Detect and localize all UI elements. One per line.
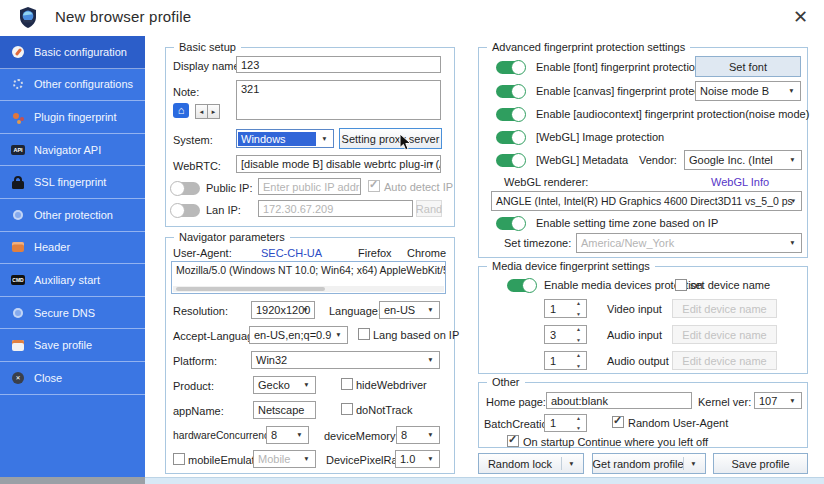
font-protection-toggle[interactable] bbox=[496, 61, 525, 74]
auto-detect-ip-checkbox[interactable] bbox=[368, 180, 380, 192]
sidebar-item-label: Basic configuration bbox=[34, 46, 127, 58]
get-random-profile-button[interactable]: Get random profile bbox=[592, 453, 706, 474]
sidebar-item-save-profile[interactable]: Save profile bbox=[0, 329, 145, 362]
ua-scrollbar-track[interactable] bbox=[173, 286, 444, 292]
sidebar-item-auxiliary-start[interactable]: Auxiliary start bbox=[0, 264, 145, 297]
edit-audio-output-device-button[interactable]: Edit device name bbox=[672, 351, 777, 370]
on-startup-checkbox[interactable] bbox=[507, 435, 519, 447]
timezone-by-ip-toggle[interactable] bbox=[496, 217, 525, 230]
batch-creation-spinner[interactable]: 1 bbox=[544, 414, 587, 432]
random-user-agent-label: Random User-Agent bbox=[628, 417, 728, 429]
sidebar-item-close[interactable]: Close bbox=[0, 362, 145, 395]
canvas-noise-mode-select[interactable]: Noise mode B bbox=[695, 81, 801, 101]
home-page-input[interactable]: about:blank bbox=[546, 392, 692, 409]
webgl-renderer-select[interactable]: ANGLE (Intel, Intel(R) HD Graphics 4600 … bbox=[491, 191, 802, 211]
accept-language-select[interactable]: en-US,en;q=0.9 bbox=[249, 326, 348, 344]
navigator-parameters-legend: Navigator parameters bbox=[174, 231, 290, 243]
device-memory-select[interactable]: 8 bbox=[396, 426, 440, 444]
system-select[interactable]: Windows bbox=[236, 129, 334, 148]
user-agent-textarea[interactable]: Mozilla/5.0 (Windows NT 10.0; Win64; x64… bbox=[171, 261, 446, 294]
random-lock-label: Random lock bbox=[488, 458, 552, 470]
note-textarea[interactable]: 321 bbox=[236, 80, 441, 120]
mouse-cursor-icon bbox=[399, 133, 412, 156]
random-lock-button[interactable]: Random lock bbox=[478, 453, 584, 474]
auto-detect-ip-label: Auto detect IP bbox=[384, 181, 453, 193]
arrow-right-icon[interactable]: ► bbox=[207, 104, 220, 119]
edit-video-device-button[interactable]: Edit device name bbox=[672, 299, 777, 318]
font-protection-label: Enable [font] fingerprint protection bbox=[536, 61, 701, 73]
cmd-icon bbox=[10, 272, 26, 288]
ua-scrollbar-thumb[interactable] bbox=[176, 287, 325, 291]
media-devices-toggle[interactable] bbox=[507, 279, 536, 292]
lock-icon bbox=[10, 174, 26, 190]
webgl-image-toggle[interactable] bbox=[496, 131, 525, 144]
set-device-name-checkbox[interactable] bbox=[675, 279, 687, 291]
sidebar-item-ssl-fingerprint[interactable]: SSL fingerprint bbox=[0, 166, 145, 199]
advanced-fingerprint-legend: Advanced fingerprint protection settings bbox=[487, 41, 690, 53]
random-user-agent-checkbox[interactable] bbox=[612, 416, 624, 428]
app-name-input[interactable]: Netscape bbox=[253, 401, 316, 419]
window-close-icon[interactable]: ✕ bbox=[793, 6, 808, 28]
set-font-button[interactable]: Set font bbox=[695, 56, 801, 77]
mobile-emulation-select[interactable]: Mobile bbox=[253, 450, 316, 468]
sec-ch-ua-link[interactable]: SEC-CH-UA bbox=[261, 247, 322, 259]
audiocontext-protection-toggle[interactable] bbox=[496, 108, 525, 121]
lan-ip-toggle[interactable] bbox=[171, 204, 200, 217]
product-select[interactable]: Gecko bbox=[253, 376, 316, 394]
vendor-select[interactable]: Google Inc. (Intel bbox=[684, 150, 802, 170]
do-not-track-label: doNotTrack bbox=[356, 404, 412, 416]
vendor-label: Vendor: bbox=[639, 154, 677, 166]
sidebar-item-label: Auxiliary start bbox=[34, 274, 100, 286]
hardware-concurrency-label: hardwareConcurrency: bbox=[173, 430, 277, 441]
resolution-select[interactable]: 1920x1200 bbox=[251, 301, 315, 319]
sidebar-item-basic-configuration[interactable]: Basic configuration bbox=[0, 36, 145, 69]
close-circle-icon bbox=[10, 370, 26, 386]
public-ip-input[interactable]: Enter public IP address bbox=[258, 178, 361, 195]
audio-output-spinner[interactable]: 1 bbox=[544, 351, 587, 370]
sidebar-item-other-protection[interactable]: Other protection bbox=[0, 199, 145, 232]
lang-based-on-ip-label: Lang based on IP bbox=[373, 329, 459, 341]
lan-ip-label: Lan IP: bbox=[206, 204, 241, 216]
firefox-link[interactable]: Firefox bbox=[358, 247, 392, 259]
device-pixel-ratio-select[interactable]: 1.0 bbox=[395, 450, 440, 468]
sidebar-item-label: Header bbox=[34, 241, 70, 253]
webgl-info-link[interactable]: WebGL Info bbox=[711, 176, 769, 188]
language-select[interactable]: en-US bbox=[379, 301, 440, 319]
chrome-link[interactable]: Chrome bbox=[407, 247, 446, 259]
note-nav-arrows[interactable]: ◄► bbox=[195, 104, 220, 119]
platform-label: Platform: bbox=[173, 355, 217, 367]
timezone-select[interactable]: America/New_York bbox=[576, 233, 802, 253]
sidebar-item-plugin-fingerprint[interactable]: Plugin fingerprint bbox=[0, 101, 145, 134]
audio-input-spinner[interactable]: 3 bbox=[544, 325, 587, 344]
home-icon[interactable] bbox=[173, 103, 189, 118]
webgl-metadata-toggle[interactable] bbox=[496, 154, 525, 167]
titlebar: New browser profile ✕ bbox=[0, 0, 824, 36]
mobile-emulation-checkbox[interactable] bbox=[173, 453, 185, 465]
do-not-track-checkbox[interactable] bbox=[341, 403, 353, 415]
webrtc-select[interactable]: [disable mode B] disable webrtc plug-in … bbox=[236, 155, 441, 173]
media-device-legend: Media device fingerprint settings bbox=[487, 260, 655, 272]
lan-ip-input[interactable]: 172.30.67.209 bbox=[258, 200, 413, 217]
canvas-protection-toggle[interactable] bbox=[496, 85, 525, 98]
sidebar-item-secure-dns[interactable]: Secure DNS bbox=[0, 297, 145, 330]
setting-proxy-server-button[interactable]: Setting proxy server bbox=[339, 128, 442, 149]
hide-webdriver-checkbox[interactable] bbox=[341, 378, 353, 390]
display-name-input[interactable]: 123 bbox=[236, 56, 441, 73]
sidebar-item-other-configurations[interactable]: Other configurations bbox=[0, 69, 145, 102]
sidebar-item-navigator-api[interactable]: Navigator API bbox=[0, 134, 145, 167]
hardware-concurrency-select[interactable]: 8 bbox=[266, 426, 309, 444]
sidebar-item-header[interactable]: Header bbox=[0, 232, 145, 265]
lang-based-on-ip-checkbox[interactable] bbox=[358, 328, 370, 340]
sidebar-item-label: Save profile bbox=[34, 339, 92, 351]
public-ip-toggle[interactable] bbox=[171, 182, 200, 195]
api-icon bbox=[10, 142, 26, 158]
platform-select[interactable]: Win32 bbox=[251, 351, 440, 369]
set-device-name-label: set device name bbox=[690, 279, 770, 291]
video-input-spinner[interactable]: 1 bbox=[544, 299, 587, 318]
kernel-ver-select[interactable]: 107 bbox=[754, 392, 802, 409]
set-timezone-label: Set timezone: bbox=[504, 237, 571, 249]
edit-audio-input-device-button[interactable]: Edit device name bbox=[672, 325, 777, 344]
rand-button[interactable]: Rand bbox=[416, 200, 442, 217]
audio-input-label: Audio input bbox=[607, 329, 662, 341]
save-profile-button[interactable]: Save profile bbox=[713, 453, 808, 474]
